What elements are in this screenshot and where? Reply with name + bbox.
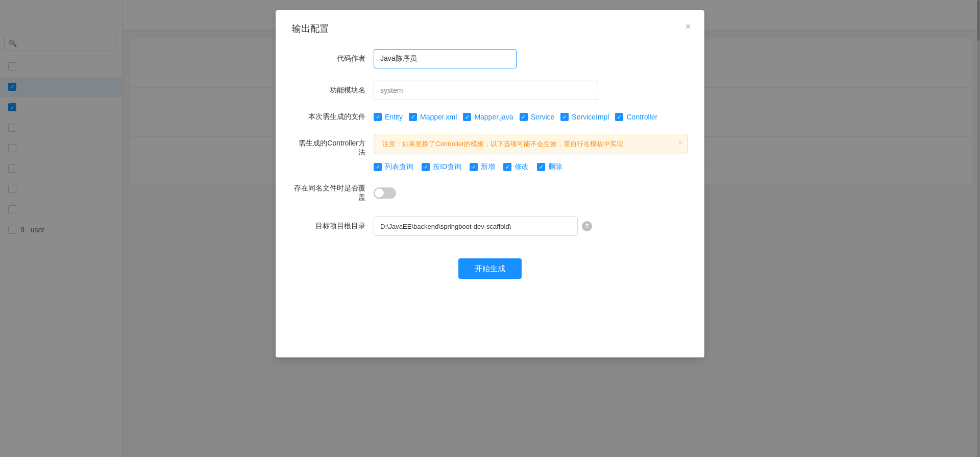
overwrite-label: 存在同名文件时是否覆盖 <box>292 184 374 202</box>
modal-overlay: 输出配置 × 代码作者 功能模块名 本次需生成的文件 Entity Map <box>0 0 980 457</box>
checkbox-by-id-query-label: 按ID查询 <box>433 162 461 172</box>
path-form-row: 目标项目根目录 ? <box>292 217 688 236</box>
checkbox-controller-box <box>615 113 623 121</box>
checkbox-add-label: 新增 <box>481 162 495 172</box>
checkbox-entity[interactable]: Entity <box>374 113 403 121</box>
checkbox-update-box <box>503 163 511 171</box>
checkbox-service[interactable]: Service <box>520 113 555 121</box>
submit-button[interactable]: 开始生成 <box>458 258 522 279</box>
checkbox-list-query-box <box>374 163 382 171</box>
checkbox-controller[interactable]: Controller <box>615 113 657 121</box>
checkbox-by-id-query[interactable]: 按ID查询 <box>422 162 461 172</box>
checkbox-entity-label: Entity <box>385 113 403 121</box>
module-input[interactable] <box>374 81 598 100</box>
controller-methods: 列表查询 按ID查询 新增 修改 <box>374 162 688 172</box>
overwrite-toggle[interactable] <box>374 187 396 199</box>
alert-close-button[interactable]: × <box>678 138 682 147</box>
checkbox-mapper-java[interactable]: Mapper.java <box>463 113 513 121</box>
submit-row: 开始生成 <box>292 250 688 279</box>
checkbox-update-label: 修改 <box>514 162 529 172</box>
path-input[interactable] <box>374 217 578 236</box>
author-form-row: 代码作者 <box>292 49 688 68</box>
overwrite-form-row: 存在同名文件时是否覆盖 <box>292 184 688 202</box>
checkbox-mapper-xml-label: Mapper.xml <box>420 113 457 121</box>
module-form-row: 功能模块名 <box>292 81 688 100</box>
checkbox-mapper-xml-box <box>409 113 417 121</box>
checkbox-mapper-java-label: Mapper.java <box>474 113 513 121</box>
alert-notice: 注意：如果更换了Controller的模板，以下选项可能不会生效，需自行在模板中… <box>374 134 688 154</box>
modal-dialog: 输出配置 × 代码作者 功能模块名 本次需生成的文件 Entity Map <box>276 10 704 357</box>
checkbox-update[interactable]: 修改 <box>503 162 529 172</box>
checkbox-delete-label: 删除 <box>548 162 562 172</box>
checkbox-delete[interactable]: 删除 <box>537 162 562 172</box>
checkbox-entity-box <box>374 113 382 121</box>
files-label: 本次需生成的文件 <box>292 112 374 122</box>
checkbox-service-label: Service <box>531 113 555 121</box>
notice-text: 注意：如果更换了Controller的模板，以下选项可能不会生效，需自行在模板中… <box>382 140 623 148</box>
path-label: 目标项目根目录 <box>292 222 374 231</box>
author-input[interactable] <box>374 49 517 68</box>
checkbox-add-box <box>470 163 478 171</box>
files-checkboxes: Entity Mapper.xml Mapper.java Service Se <box>374 113 688 121</box>
toggle-knob <box>375 188 384 198</box>
author-label: 代码作者 <box>292 54 374 63</box>
checkbox-list-query[interactable]: 列表查询 <box>374 162 413 172</box>
checkbox-service-impl-label: ServiceImpl <box>572 113 609 121</box>
controller-label: 需生成的Controller方法 <box>292 134 374 157</box>
checkbox-service-impl[interactable]: ServiceImpl <box>560 113 609 121</box>
controller-section: 注意：如果更换了Controller的模板，以下选项可能不会生效，需自行在模板中… <box>374 134 688 172</box>
checkbox-mapper-xml[interactable]: Mapper.xml <box>409 113 457 121</box>
checkbox-controller-label: Controller <box>626 113 657 121</box>
checkbox-by-id-query-box <box>422 163 430 171</box>
checkbox-service-box <box>520 113 528 121</box>
modal-close-button[interactable]: × <box>682 20 694 33</box>
checkbox-service-impl-box <box>560 113 569 121</box>
modal-title: 输出配置 <box>292 22 688 35</box>
path-input-wrapper: ? <box>374 217 688 236</box>
checkbox-list-query-label: 列表查询 <box>385 162 413 172</box>
files-form-row: 本次需生成的文件 Entity Mapper.xml Mapper.java S… <box>292 112 688 122</box>
checkbox-mapper-java-box <box>463 113 471 121</box>
checkbox-add[interactable]: 新增 <box>470 162 495 172</box>
controller-form-row: 需生成的Controller方法 注意：如果更换了Controller的模板，以… <box>292 134 688 172</box>
help-icon[interactable]: ? <box>582 221 592 231</box>
checkbox-delete-box <box>537 163 545 171</box>
module-label: 功能模块名 <box>292 86 374 95</box>
